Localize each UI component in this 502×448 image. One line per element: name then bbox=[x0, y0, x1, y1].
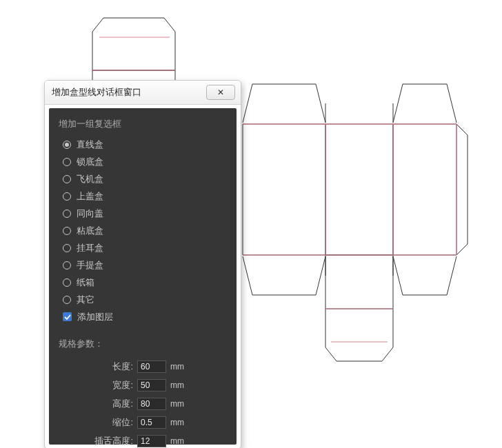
add-layer-checkbox-label: 添加图层 bbox=[77, 311, 113, 323]
canvas-background: 增加盒型线对话框窗口 ✕ 增加一组复选框 直线盒锁底盒飞机盒上盖盒同向盖粘底盒挂… bbox=[0, 0, 502, 448]
param-row: 缩位:mm bbox=[59, 413, 227, 431]
radio-icon bbox=[63, 244, 71, 252]
param-row: 高度:mm bbox=[59, 394, 227, 413]
radio-icon bbox=[63, 175, 71, 183]
radio-icon bbox=[63, 227, 71, 235]
param-input[interactable] bbox=[137, 398, 166, 410]
radio-option[interactable]: 上盖盒 bbox=[59, 187, 227, 205]
radio-option[interactable]: 同向盖 bbox=[59, 205, 227, 222]
radio-label: 其它 bbox=[77, 294, 94, 306]
radio-label: 锁底盒 bbox=[77, 156, 103, 168]
radio-label: 上盖盒 bbox=[77, 190, 103, 203]
dialog-titlebar[interactable]: 增加盒型线对话框窗口 ✕ bbox=[45, 81, 241, 105]
radio-label: 纸箱 bbox=[77, 276, 94, 289]
param-input[interactable] bbox=[137, 379, 166, 391]
radio-option[interactable]: 其它 bbox=[59, 291, 227, 308]
radio-icon bbox=[63, 158, 71, 166]
param-row: 宽度:mm bbox=[59, 376, 227, 394]
param-label: 高度: bbox=[59, 398, 137, 410]
radio-option[interactable]: 粘底盒 bbox=[59, 222, 227, 239]
radio-icon bbox=[63, 278, 71, 287]
radio-icon bbox=[63, 141, 71, 149]
param-unit: mm bbox=[170, 436, 184, 446]
radio-option[interactable]: 直线盒 bbox=[59, 136, 227, 153]
params-title: 规格参数： bbox=[59, 338, 227, 350]
radio-option[interactable]: 挂耳盒 bbox=[59, 239, 227, 256]
params-list: 长度:mm宽度:mm高度:mm缩位:mm插舌高度:mm粘口宽度:mm bbox=[59, 357, 227, 448]
param-label: 缩位: bbox=[59, 416, 137, 429]
param-input[interactable] bbox=[137, 416, 166, 429]
param-label: 长度: bbox=[59, 360, 137, 373]
radio-label: 同向盖 bbox=[77, 207, 103, 220]
dialog-title: 增加盒型线对话框窗口 bbox=[52, 86, 141, 99]
radio-group-title: 增加一组复选框 bbox=[59, 118, 227, 130]
radio-label: 挂耳盒 bbox=[77, 242, 103, 254]
radio-icon bbox=[63, 192, 71, 201]
close-icon: ✕ bbox=[217, 88, 224, 97]
add-box-dialog: 增加盒型线对话框窗口 ✕ 增加一组复选框 直线盒锁底盒飞机盒上盖盒同向盖粘底盒挂… bbox=[44, 80, 241, 448]
add-layer-checkbox-row[interactable]: 添加图层 bbox=[59, 308, 227, 325]
param-unit: mm bbox=[170, 399, 184, 409]
param-input[interactable] bbox=[137, 435, 166, 447]
radio-label: 手提盒 bbox=[77, 259, 103, 272]
param-unit: mm bbox=[170, 362, 184, 371]
radio-group: 直线盒锁底盒飞机盒上盖盒同向盖粘底盒挂耳盒手提盒纸箱其它 bbox=[59, 136, 227, 308]
close-button[interactable]: ✕ bbox=[206, 85, 235, 100]
param-row: 长度:mm bbox=[59, 357, 227, 376]
param-label: 宽度: bbox=[59, 379, 137, 391]
param-input[interactable] bbox=[137, 360, 166, 373]
radio-icon bbox=[63, 296, 71, 304]
radio-label: 飞机盒 bbox=[77, 173, 103, 185]
radio-icon bbox=[63, 261, 71, 269]
radio-option[interactable]: 锁底盒 bbox=[59, 153, 227, 170]
radio-label: 粘底盒 bbox=[77, 225, 103, 237]
param-unit: mm bbox=[170, 380, 184, 390]
param-label: 插舌高度: bbox=[59, 435, 137, 447]
param-row: 插舌高度:mm bbox=[59, 431, 227, 448]
param-unit: mm bbox=[170, 418, 184, 427]
dialog-panel: 增加一组复选框 直线盒锁底盒飞机盒上盖盒同向盖粘底盒挂耳盒手提盒纸箱其它 添加图… bbox=[49, 108, 237, 445]
radio-icon bbox=[63, 210, 71, 218]
radio-option[interactable]: 飞机盒 bbox=[59, 170, 227, 187]
radio-option[interactable]: 手提盒 bbox=[59, 256, 227, 274]
radio-label: 直线盒 bbox=[77, 139, 103, 151]
radio-option[interactable]: 纸箱 bbox=[59, 274, 227, 291]
checkbox-check-icon bbox=[63, 312, 72, 321]
